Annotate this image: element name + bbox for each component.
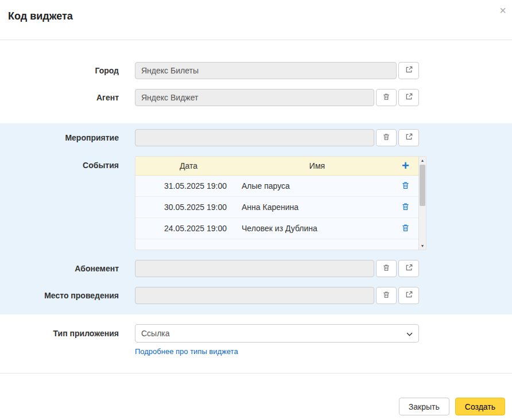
events-table: Дата Имя + 31.05.2025 19:00 Алые паруса <box>135 156 426 250</box>
add-event-button[interactable]: + <box>402 160 409 172</box>
venue-open-button[interactable] <box>398 287 419 304</box>
widget-code-modal: Код виджета × Город Агент <box>0 0 512 420</box>
widget-types-link[interactable]: Подробнее про типы виджета <box>135 347 238 356</box>
trash-icon <box>382 133 390 143</box>
column-header-name: Имя <box>242 161 393 170</box>
external-link-icon <box>405 133 413 143</box>
external-link-icon <box>405 92 413 103</box>
city-label: Город <box>0 62 119 79</box>
events-table-body: 31.05.2025 19:00 Алые паруса <box>135 176 418 250</box>
app-type-label: Тип приложения <box>0 324 119 343</box>
sessions-label: События <box>0 156 119 175</box>
trash-icon <box>401 223 410 234</box>
venue-label: Место проведения <box>0 287 119 304</box>
trash-icon <box>382 92 390 103</box>
table-row: 31.05.2025 19:00 Алые паруса <box>135 176 418 197</box>
agent-label: Агент <box>0 89 119 106</box>
trash-icon <box>401 202 410 213</box>
close-icon[interactable]: × <box>499 5 506 16</box>
modal-title: Код виджета <box>8 10 504 22</box>
subscription-label: Абонемент <box>0 260 119 277</box>
city-open-button[interactable] <box>398 62 419 79</box>
subscription-delete-button[interactable] <box>376 260 397 277</box>
agent-delete-button[interactable] <box>376 89 397 106</box>
event-selection-section: Мероприятие События <box>0 123 512 314</box>
agent-row: Агент <box>0 89 512 106</box>
city-field <box>135 62 397 79</box>
delete-event-button[interactable] <box>401 202 410 213</box>
modal-header: Код виджета × <box>0 0 512 40</box>
event-name: Анна Каренина <box>242 203 393 212</box>
venue-field <box>135 287 374 304</box>
scroll-up-icon[interactable]: ▲ <box>419 157 426 164</box>
create-button[interactable]: Создать <box>455 398 505 415</box>
chevron-down-icon <box>406 329 413 338</box>
trash-icon <box>382 290 390 301</box>
events-table-header: Дата Имя + <box>135 157 418 176</box>
event-row: Мероприятие <box>0 129 512 146</box>
event-label: Мероприятие <box>0 129 119 146</box>
venue-row: Место проведения <box>0 287 512 304</box>
events-scrollbar[interactable]: ▲ ▼ <box>418 157 426 250</box>
event-name: Алые паруса <box>242 181 393 190</box>
trash-icon <box>382 263 390 274</box>
scroll-down-icon[interactable]: ▼ <box>419 242 426 250</box>
event-date: 31.05.2025 19:00 <box>135 181 242 190</box>
column-header-date: Дата <box>135 161 242 170</box>
subscription-field <box>135 260 374 277</box>
event-field <box>135 129 374 146</box>
event-name: Человек из Дублина <box>242 224 393 233</box>
modal-footer: Закрыть Создать <box>0 374 512 415</box>
agent-open-button[interactable] <box>398 89 419 106</box>
scrollbar-thumb[interactable] <box>420 165 425 206</box>
plus-icon: + <box>402 158 409 173</box>
app-type-row: Тип приложения Ссылка <box>0 324 512 343</box>
venue-delete-button[interactable] <box>376 287 397 304</box>
city-row: Город <box>0 62 512 79</box>
agent-field <box>135 89 374 106</box>
widget-form: Город Агент <box>0 40 512 356</box>
table-row: 24.05.2025 19:00 Человек из Дублина <box>135 218 418 239</box>
external-link-icon <box>405 65 413 76</box>
external-link-icon <box>405 263 413 274</box>
close-button[interactable]: Закрыть <box>399 398 449 415</box>
external-link-icon <box>405 290 413 301</box>
subscription-row: Абонемент <box>0 260 512 277</box>
delete-event-button[interactable] <box>401 181 410 192</box>
app-type-select[interactable]: Ссылка <box>135 324 419 343</box>
sessions-row: События Дата Имя + 31.05.2025 19:0 <box>0 156 512 250</box>
table-row: 30.05.2025 19:00 Анна Каренина <box>135 197 418 218</box>
event-delete-button[interactable] <box>376 129 397 146</box>
event-date: 24.05.2025 19:00 <box>135 224 242 233</box>
delete-event-button[interactable] <box>401 223 410 234</box>
app-type-selected-value: Ссылка <box>141 329 170 338</box>
event-open-button[interactable] <box>398 129 419 146</box>
event-date: 30.05.2025 19:00 <box>135 203 242 212</box>
trash-icon <box>401 181 410 192</box>
subscription-open-button[interactable] <box>398 260 419 277</box>
